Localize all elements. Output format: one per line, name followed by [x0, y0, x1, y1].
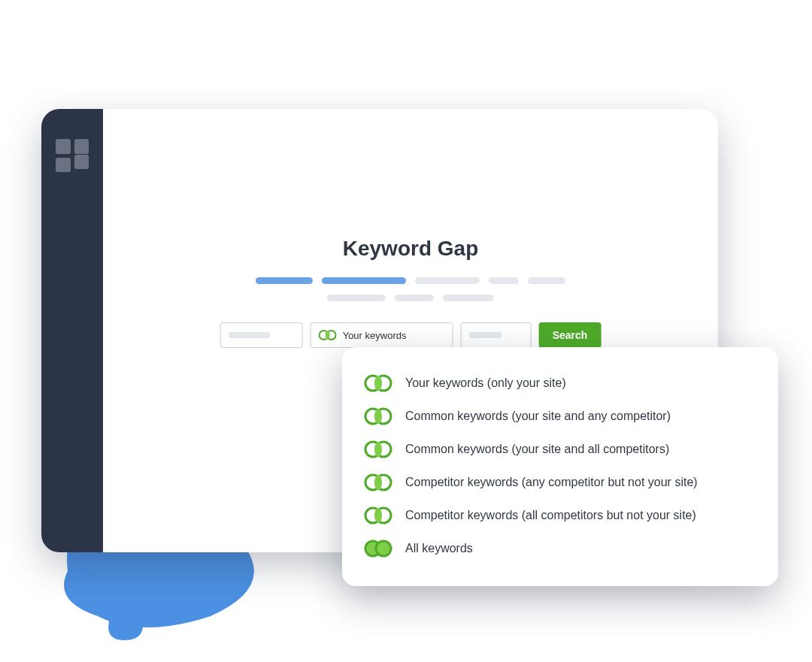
dropdown-option-label: Competitor keywords (any competitor but …: [405, 476, 698, 489]
dropdown-option-label: Your keywords (only your site): [405, 376, 566, 390]
svg-point-5: [374, 376, 382, 391]
venn-common-any-icon: [363, 406, 393, 427]
svg-point-2: [326, 331, 330, 340]
svg-point-19: [376, 541, 391, 556]
page-title: Keyword Gap: [103, 237, 718, 261]
keyword-filter-label: Your keywords: [343, 330, 407, 341]
svg-point-8: [374, 409, 382, 424]
country-input[interactable]: [461, 322, 532, 348]
dropdown-option-competitor-all[interactable]: Competitor keywords (all competitors but…: [363, 499, 757, 532]
dropdown-option-label: Common keywords (your site and any compe…: [405, 410, 671, 423]
venn-your-icon: [363, 373, 393, 394]
svg-point-14: [374, 475, 382, 490]
dropdown-option-label: Competitor keywords (all competitors but…: [405, 509, 696, 522]
app-logo-icon: [56, 139, 89, 172]
venn-competitor-any-icon: [363, 472, 393, 493]
keyword-filter-select[interactable]: Your keywords: [311, 322, 453, 348]
venn-competitor-all-icon: [363, 505, 393, 526]
keyword-filter-dropdown: Your keywords (only your site) Common ke…: [342, 347, 778, 586]
venn-common-all-icon: [363, 439, 393, 460]
dropdown-option-common-any[interactable]: Common keywords (your site and any compe…: [363, 400, 757, 433]
search-form: Your keywords Search: [220, 322, 601, 348]
domain-input[interactable]: [220, 322, 303, 348]
venn-icon: [319, 329, 337, 341]
decor-blob-small: [102, 603, 147, 644]
venn-all-icon: [363, 538, 393, 559]
search-button[interactable]: Search: [539, 322, 601, 348]
dropdown-option-competitor-any[interactable]: Competitor keywords (any competitor but …: [363, 466, 757, 499]
svg-point-17: [374, 508, 382, 523]
dropdown-option-your-keywords[interactable]: Your keywords (only your site): [363, 367, 757, 400]
dropdown-option-label: All keywords: [405, 542, 473, 555]
dropdown-option-all-keywords[interactable]: All keywords: [363, 532, 757, 565]
placeholder-row-2: [327, 295, 494, 301]
sidebar: [41, 109, 103, 552]
placeholder-row-1: [256, 277, 565, 284]
dropdown-option-common-all[interactable]: Common keywords (your site and all compe…: [363, 433, 757, 466]
dropdown-option-label: Common keywords (your site and all compe…: [405, 443, 669, 456]
svg-point-11: [374, 442, 382, 457]
